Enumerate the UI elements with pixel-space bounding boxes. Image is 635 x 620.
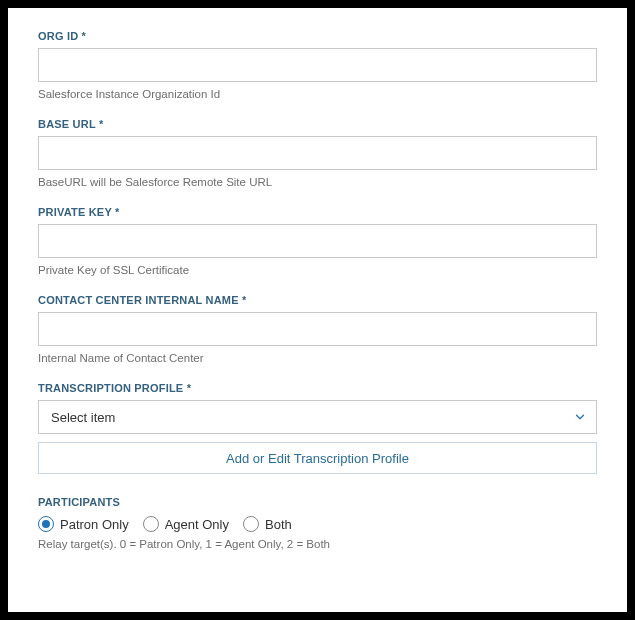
radio-option-agent-only[interactable]: Agent Only [143,516,229,532]
select-transcription-profile[interactable]: Select item [38,400,597,434]
help-org-id: Salesforce Instance Organization Id [38,88,597,100]
help-base-url: BaseURL will be Salesforce Remote Site U… [38,176,597,188]
help-private-key: Private Key of SSL Certificate [38,264,597,276]
input-base-url[interactable] [38,136,597,170]
input-org-id[interactable] [38,48,597,82]
form-panel: ORG ID * Salesforce Instance Organizatio… [8,8,627,612]
participants-radio-group: Patron Only Agent Only Both [38,516,597,532]
label-org-id: ORG ID * [38,30,597,42]
radio-label: Patron Only [60,517,129,532]
radio-label: Agent Only [165,517,229,532]
field-contact-center: CONTACT CENTER INTERNAL NAME * Internal … [38,294,597,364]
input-private-key[interactable] [38,224,597,258]
radio-option-both[interactable]: Both [243,516,292,532]
field-base-url: BASE URL * BaseURL will be Salesforce Re… [38,118,597,188]
input-contact-center[interactable] [38,312,597,346]
select-value: Select item [51,410,115,425]
field-transcription-profile: TRANSCRIPTION PROFILE * Select item Add … [38,382,597,474]
radio-icon [38,516,54,532]
help-contact-center: Internal Name of Contact Center [38,352,597,364]
radio-option-patron-only[interactable]: Patron Only [38,516,129,532]
label-participants: PARTICIPANTS [38,496,597,508]
radio-icon [243,516,259,532]
label-private-key: PRIVATE KEY * [38,206,597,218]
help-participants: Relay target(s). 0 = Patron Only, 1 = Ag… [38,538,597,550]
label-contact-center: CONTACT CENTER INTERNAL NAME * [38,294,597,306]
add-edit-transcription-profile-button[interactable]: Add or Edit Transcription Profile [38,442,597,474]
label-base-url: BASE URL * [38,118,597,130]
field-org-id: ORG ID * Salesforce Instance Organizatio… [38,30,597,100]
field-private-key: PRIVATE KEY * Private Key of SSL Certifi… [38,206,597,276]
label-transcription-profile: TRANSCRIPTION PROFILE * [38,382,597,394]
radio-icon [143,516,159,532]
radio-label: Both [265,517,292,532]
